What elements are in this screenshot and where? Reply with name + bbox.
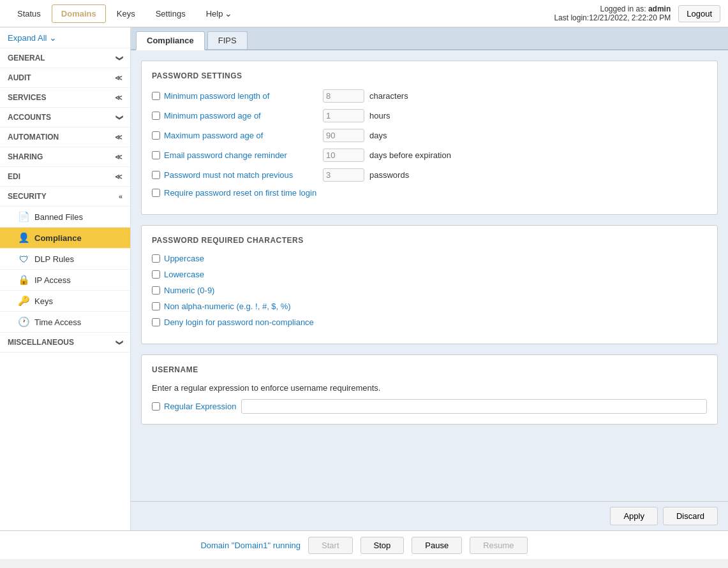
not-match-label[interactable]: Password must not match previous	[152, 170, 318, 180]
keys-icon: 🔑	[18, 295, 29, 307]
banned-files-icon: 📄	[18, 211, 29, 222]
min-age-input[interactable]	[323, 109, 364, 122]
min-length-input[interactable]	[323, 89, 364, 103]
sidebar-section-miscellaneous[interactable]: MISCELLANEOUS	[0, 333, 130, 353]
status-bar: Domain "Domain1" running Start Stop Paus…	[0, 530, 728, 559]
sidebar-section-automation[interactable]: AUTOMATION ≪	[0, 127, 130, 147]
numeric-checkbox[interactable]	[152, 286, 160, 295]
sidebar-section-services[interactable]: SERVICES ≪	[0, 88, 130, 108]
regex-row: Regular Expression	[152, 399, 707, 414]
general-collapse-icon	[117, 54, 123, 62]
min-age-row: Minimum password age of hours	[152, 109, 707, 122]
reset-first-login-row: Require password reset on first time log…	[152, 188, 707, 198]
sidebar-section-edi[interactable]: EDI ≪	[0, 167, 130, 187]
sidebar-item-banned-files[interactable]: 📄 Banned Files	[0, 207, 130, 228]
lowercase-row: Lowercase	[152, 270, 707, 279]
regex-checkbox[interactable]	[152, 402, 160, 411]
apply-button[interactable]: Apply	[610, 507, 658, 525]
dlp-rules-icon: 🛡	[18, 253, 29, 265]
help-dropdown-icon	[225, 8, 232, 18]
tab-compliance[interactable]: Compliance	[136, 31, 205, 50]
sidebar-section-audit[interactable]: AUDIT ≪	[0, 68, 130, 88]
content-area: PASSWORD SETTINGS Minimum password lengt…	[131, 50, 728, 501]
sidebar-section-accounts[interactable]: ACCOUNTS	[0, 108, 130, 127]
discard-button[interactable]: Discard	[663, 507, 718, 525]
email-reminder-checkbox[interactable]	[152, 151, 160, 159]
not-match-input[interactable]	[323, 168, 364, 182]
nav-status[interactable]: Status	[8, 4, 50, 23]
uppercase-row: Uppercase	[152, 254, 707, 263]
sidebar-item-compliance[interactable]: 👤 Compliance	[0, 228, 130, 249]
start-button[interactable]: Start	[308, 537, 352, 554]
pause-button[interactable]: Pause	[412, 537, 462, 554]
sidebar-section-sharing[interactable]: SHARING ≪	[0, 147, 130, 167]
regex-label[interactable]: Regular Expression	[152, 402, 236, 411]
deny-login-checkbox[interactable]	[152, 318, 160, 326]
sidebar-item-ip-access[interactable]: 🔒 IP Access	[0, 270, 130, 291]
sidebar-item-dlp-rules[interactable]: 🛡 DLP Rules	[0, 249, 130, 270]
logout-button[interactable]: Logout	[678, 5, 720, 22]
tab-fips[interactable]: FIPS	[207, 31, 248, 49]
deny-login-label[interactable]: Deny login for password non-compliance	[152, 317, 318, 327]
nav-settings[interactable]: Settings	[146, 4, 195, 23]
accounts-collapse-icon	[117, 113, 123, 122]
min-length-label[interactable]: Minimum password length of	[152, 91, 318, 101]
numeric-label[interactable]: Numeric (0-9)	[152, 286, 318, 295]
sidebar-section-general[interactable]: GENERAL	[0, 48, 130, 68]
sidebar-section-security[interactable]: SECURITY «	[0, 187, 130, 207]
max-age-input[interactable]	[323, 129, 364, 142]
non-alpha-checkbox[interactable]	[152, 302, 160, 310]
security-collapse-icon: «	[119, 193, 123, 200]
password-required-chars-section: PASSWORD REQUIRED CHARACTERS Uppercase L…	[141, 225, 718, 344]
password-settings-section: PASSWORD SETTINGS Minimum password lengt…	[141, 61, 718, 215]
nav-help[interactable]: Help	[197, 4, 242, 23]
uppercase-checkbox[interactable]	[152, 254, 160, 263]
email-reminder-row: Email password change reminder days befo…	[152, 149, 707, 162]
user-info: Logged in as: admin Last login:12/21/202…	[554, 4, 671, 22]
uppercase-label[interactable]: Uppercase	[152, 254, 318, 263]
expand-all-icon	[49, 33, 57, 43]
expand-all-button[interactable]: Expand All	[0, 27, 130, 48]
email-reminder-input[interactable]	[323, 149, 364, 162]
password-required-chars-title: PASSWORD REQUIRED CHARACTERS	[152, 236, 707, 245]
nav-domains[interactable]: Domains	[52, 4, 106, 23]
min-age-label[interactable]: Minimum password age of	[152, 111, 318, 120]
time-access-icon: 🕐	[18, 316, 29, 328]
sidebar: Expand All GENERAL AUDIT ≪ SERVICES ≪ AC…	[0, 27, 131, 530]
sidebar-item-time-access[interactable]: 🕐 Time Access	[0, 312, 130, 333]
tab-bar: Compliance FIPS	[131, 27, 728, 50]
services-collapse-icon: ≪	[115, 94, 123, 102]
misc-collapse-icon	[117, 338, 123, 347]
reset-first-login-checkbox[interactable]	[152, 189, 160, 197]
reset-first-login-label[interactable]: Require password reset on first time log…	[152, 188, 318, 198]
not-match-checkbox[interactable]	[152, 171, 160, 179]
resume-button[interactable]: Resume	[470, 537, 527, 554]
edi-collapse-icon: ≪	[115, 173, 123, 181]
password-settings-title: PASSWORD SETTINGS	[152, 71, 707, 80]
domain-status: Domain "Domain1" running	[200, 541, 301, 550]
stop-button[interactable]: Stop	[360, 537, 405, 554]
max-age-row: Maximum password age of days	[152, 129, 707, 142]
numeric-row: Numeric (0-9)	[152, 286, 707, 295]
automation-collapse-icon: ≪	[115, 133, 123, 142]
min-length-row: Minimum password length of characters	[152, 89, 707, 103]
max-age-checkbox[interactable]	[152, 131, 160, 140]
sharing-collapse-icon: ≪	[115, 153, 123, 161]
lowercase-label[interactable]: Lowercase	[152, 270, 318, 279]
regex-input[interactable]	[241, 399, 707, 414]
footer-actions: Apply Discard	[131, 501, 728, 530]
email-reminder-label[interactable]: Email password change reminder	[152, 150, 318, 160]
lowercase-checkbox[interactable]	[152, 270, 160, 279]
not-match-row: Password must not match previous passwor…	[152, 168, 707, 182]
username-display: admin	[648, 4, 671, 13]
logged-in-label: Logged in as: admin	[554, 4, 671, 13]
max-age-label[interactable]: Maximum password age of	[152, 131, 318, 140]
sidebar-item-keys[interactable]: 🔑 Keys	[0, 291, 130, 312]
min-age-checkbox[interactable]	[152, 112, 160, 120]
deny-login-row: Deny login for password non-compliance	[152, 317, 707, 327]
nav-buttons: Status Domains Keys Settings Help	[8, 4, 242, 23]
min-length-checkbox[interactable]	[152, 92, 160, 100]
audit-collapse-icon: ≪	[115, 74, 123, 82]
nav-keys[interactable]: Keys	[107, 4, 145, 23]
non-alpha-label[interactable]: Non alpha-numeric (e.g. !, #, $, %)	[152, 302, 318, 311]
